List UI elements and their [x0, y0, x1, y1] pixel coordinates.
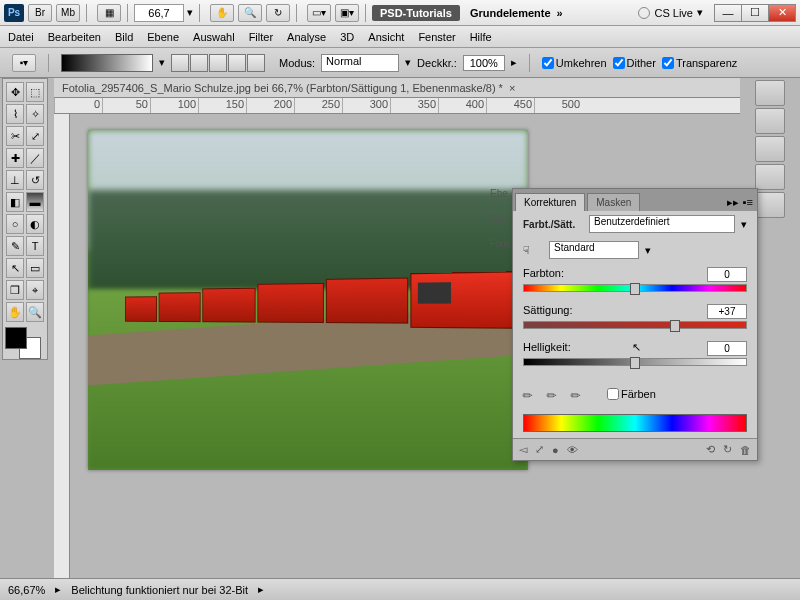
gradient-diamond-button[interactable] — [247, 54, 265, 72]
workspace: ✥⬚ ⌇✧ ✂⤢ ✚／ ⊥↺ ◧▬ ○◐ ✎T ↖▭ ❒⌖ ✋🔍 Fotolia… — [0, 78, 800, 578]
workspace-psd-tutorials[interactable]: PSD-Tutorials — [372, 5, 460, 21]
cslive-label[interactable]: CS Live — [654, 7, 693, 19]
hue-slider[interactable] — [523, 284, 747, 292]
adjustment-title: Farbt./Sätt. — [523, 219, 583, 230]
menu-auswahl[interactable]: Auswahl — [193, 31, 235, 43]
mini-bridge-button[interactable]: Mb — [56, 4, 80, 22]
color-swatches[interactable] — [5, 327, 45, 357]
bridge-button[interactable]: Br — [28, 4, 52, 22]
lightness-slider[interactable] — [523, 358, 747, 366]
range-select[interactable]: Standard — [549, 241, 639, 259]
gradient-preview[interactable] — [61, 54, 153, 72]
brush-tool[interactable]: ／ — [26, 148, 44, 168]
panel-collapse-icon[interactable]: ▸▸ — [727, 196, 739, 209]
zoom-button[interactable]: 🔍 — [238, 4, 262, 22]
menu-hilfe[interactable]: Hilfe — [470, 31, 492, 43]
tab-masken[interactable]: Masken — [587, 193, 640, 211]
shape-tool[interactable]: ▭ — [26, 258, 44, 278]
hue-input[interactable] — [707, 267, 747, 282]
rotate-button[interactable]: ↻ — [266, 4, 290, 22]
screen-mode-button[interactable]: ▣▾ — [335, 4, 359, 22]
menu-bearbeiten[interactable]: Bearbeiten — [48, 31, 101, 43]
crop-tool[interactable]: ✂ — [6, 126, 24, 146]
eyedropper-icon[interactable]: ✎ — [520, 383, 543, 406]
3d-camera-tool[interactable]: ⌖ — [26, 280, 44, 300]
document-tab[interactable]: Fotolia_2957406_S_Mario Schulze.jpg bei … — [54, 78, 740, 98]
lightness-input[interactable] — [707, 341, 747, 356]
dodge-tool[interactable]: ◐ — [26, 214, 44, 234]
reverse-checkbox[interactable]: Umkehren — [542, 57, 607, 69]
history-brush-tool[interactable]: ↺ — [26, 170, 44, 190]
clip-icon[interactable]: ● — [552, 444, 559, 456]
hand-tool[interactable]: ✋ — [6, 302, 24, 322]
menu-ebene[interactable]: Ebene — [147, 31, 179, 43]
arrange-button[interactable]: ▭▾ — [307, 4, 331, 22]
opacity-input[interactable] — [463, 55, 505, 71]
dock-history-icon[interactable] — [755, 136, 785, 162]
delete-icon[interactable]: 🗑 — [740, 444, 751, 456]
dock-layers-icon[interactable] — [755, 80, 785, 106]
dock-adjustments-icon[interactable] — [755, 108, 785, 134]
status-bar: 66,67% ▸ Belichtung funktioniert nur bei… — [0, 578, 800, 600]
view-extras-button[interactable]: ▦ — [97, 4, 121, 22]
hand-button[interactable]: ✋ — [210, 4, 234, 22]
eyedropper-subtract-icon[interactable]: ✎ — [568, 383, 591, 406]
blur-tool[interactable]: ○ — [6, 214, 24, 234]
preset-select[interactable]: Benutzerdefiniert — [589, 215, 735, 233]
lasso-tool[interactable]: ⌇ — [6, 104, 24, 124]
close-tab-icon[interactable]: × — [509, 82, 515, 94]
gradient-reflected-button[interactable] — [228, 54, 246, 72]
gradient-radial-button[interactable] — [190, 54, 208, 72]
dock-info-icon[interactable] — [755, 192, 785, 218]
menu-ansicht[interactable]: Ansicht — [368, 31, 404, 43]
minimize-button[interactable]: — — [714, 4, 742, 22]
eyedropper-add-icon[interactable]: ✎ — [544, 383, 567, 406]
menu-datei[interactable]: Datei — [8, 31, 34, 43]
dither-checkbox[interactable]: Dither — [613, 57, 656, 69]
tab-korrekturen[interactable]: Korrekturen — [515, 193, 585, 211]
colorize-checkbox[interactable]: Färben — [607, 388, 656, 400]
menu-3d[interactable]: 3D — [340, 31, 354, 43]
zoom-input[interactable] — [134, 4, 184, 22]
close-button[interactable]: ✕ — [768, 4, 796, 22]
wand-tool[interactable]: ✧ — [26, 104, 44, 124]
saturation-slider[interactable] — [523, 321, 747, 329]
3d-tool[interactable]: ❒ — [6, 280, 24, 300]
menu-bild[interactable]: Bild — [115, 31, 133, 43]
reset-icon[interactable]: ↻ — [723, 443, 732, 456]
menubar: Datei Bearbeiten Bild Ebene Auswahl Filt… — [0, 26, 800, 48]
maximize-button[interactable]: ☐ — [741, 4, 769, 22]
menu-filter[interactable]: Filter — [249, 31, 273, 43]
panel-menu-icon[interactable]: ▪≡ — [743, 196, 753, 209]
menu-analyse[interactable]: Analyse — [287, 31, 326, 43]
saturation-input[interactable] — [707, 304, 747, 319]
transparency-checkbox[interactable]: Transparenz — [662, 57, 737, 69]
pen-tool[interactable]: ✎ — [6, 236, 24, 256]
menu-fenster[interactable]: Fenster — [418, 31, 455, 43]
expand-icon[interactable]: ⤢ — [535, 443, 544, 456]
return-icon[interactable]: ◅ — [519, 443, 527, 456]
status-zoom[interactable]: 66,67% — [8, 584, 45, 596]
canvas[interactable] — [88, 130, 528, 470]
zoom-tool[interactable]: 🔍 — [26, 302, 44, 322]
hidden-row-nor: Nor — [490, 214, 512, 225]
path-tool[interactable]: ↖ — [6, 258, 24, 278]
eyedropper-tool[interactable]: ⤢ — [26, 126, 44, 146]
dock-actions-icon[interactable] — [755, 164, 785, 190]
type-tool[interactable]: T — [26, 236, 44, 256]
visibility-icon[interactable]: 👁 — [567, 444, 578, 456]
tool-preset-button[interactable]: ▪▾ — [12, 54, 36, 72]
previous-icon[interactable]: ⟲ — [706, 443, 715, 456]
gradient-tool[interactable]: ▬ — [26, 192, 44, 212]
gradient-angle-button[interactable] — [209, 54, 227, 72]
move-tool[interactable]: ✥ — [6, 82, 24, 102]
adjustments-panel: Korrekturen Masken ▸▸▪≡ Farbt./Sätt. Ben… — [512, 188, 758, 461]
mode-select[interactable]: Normal — [321, 54, 399, 72]
healing-tool[interactable]: ✚ — [6, 148, 24, 168]
marquee-tool[interactable]: ⬚ — [26, 82, 44, 102]
workspace-grundelemente[interactable]: Grundelemente — [470, 7, 551, 19]
stamp-tool[interactable]: ⊥ — [6, 170, 24, 190]
eraser-tool[interactable]: ◧ — [6, 192, 24, 212]
gradient-linear-button[interactable] — [171, 54, 189, 72]
scrub-icon[interactable]: ☟ — [523, 244, 543, 257]
